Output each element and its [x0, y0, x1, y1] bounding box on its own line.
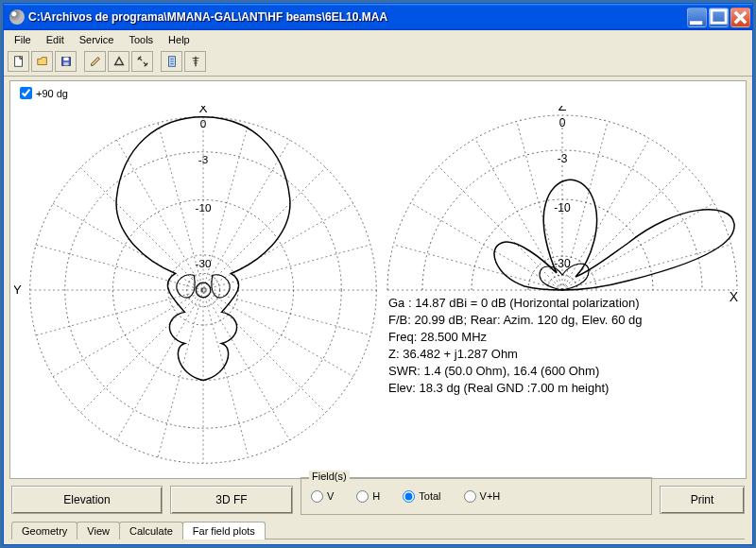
fieldset-legend: Field(s) [309, 471, 350, 482]
ring-label-3: -3 [198, 153, 208, 165]
fields-fieldset: Field(s) V H Total V+H [301, 477, 652, 515]
tab-geometry[interactable]: Geometry [11, 522, 77, 539]
svg-point-31 [196, 283, 211, 298]
tab-farfield[interactable]: Far field plots [182, 522, 266, 539]
svg-line-34 [562, 203, 713, 290]
document-icon[interactable] [161, 51, 182, 72]
ring-label-10: -10 [196, 201, 212, 214]
info-ga: Ga : 14.87 dBi = 0 dB (Horizontal polari… [388, 295, 643, 312]
new-file-icon[interactable] [8, 51, 29, 72]
info-block: Ga : 14.87 dBi = 0 dB (Horizontal polari… [388, 295, 643, 397]
menu-edit[interactable]: Edit [40, 32, 71, 47]
menu-service[interactable]: Service [73, 32, 121, 47]
axis-y-label: Y [14, 283, 22, 297]
menu-help[interactable]: Help [162, 32, 197, 47]
azimuth-plot: 0 -3 -10 -30 X Y [14, 106, 392, 474]
close-button[interactable] [730, 8, 750, 27]
rotate-90-label: +90 dg [36, 88, 68, 99]
tab-strip: Geometry View Calculate Far field plots [9, 522, 747, 539]
titlebar: C:\Archivos de programa\MMANA-GAL\ANT\HF… [4, 4, 752, 30]
svg-text:-10: -10 [554, 201, 571, 214]
antenna-icon[interactable] [184, 51, 206, 72]
toolbar [4, 49, 752, 77]
info-swr: SWR: 1.4 (50.0 Ohm), 16.4 (600 Ohm) [388, 363, 643, 380]
rotate-90-checkbox[interactable]: +90 dg [20, 87, 68, 99]
svg-text:0: 0 [559, 116, 566, 129]
open-file-icon[interactable] [31, 51, 53, 72]
tab-view[interactable]: View [77, 522, 120, 539]
content-area: +90 dg [4, 77, 752, 544]
rotate-90-input[interactable] [20, 87, 32, 99]
radio-v[interactable]: V [311, 490, 334, 503]
axis-x-label: X [198, 106, 207, 115]
radio-total[interactable]: Total [403, 490, 440, 503]
svg-rect-4 [63, 58, 68, 61]
tab-calculate[interactable]: Calculate [119, 522, 183, 539]
radio-h[interactable]: H [356, 490, 380, 503]
app-window: C:\Archivos de programa\MMANA-GAL\ANT\HF… [3, 3, 753, 545]
ring-label-30: -30 [196, 257, 212, 269]
svg-rect-0 [690, 21, 702, 25]
window-title: C:\Archivos de programa\MMANA-GAL\ANT\HF… [28, 10, 685, 24]
info-elev: Elev: 18.3 dg (Real GND :7.00 m height) [388, 380, 643, 397]
pencil-icon[interactable] [84, 51, 106, 72]
triangle-icon[interactable] [108, 51, 129, 72]
menu-file[interactable]: File [8, 32, 38, 47]
info-freq: Freq: 28.500 MHz [388, 329, 643, 346]
save-file-icon[interactable] [55, 51, 77, 72]
3dff-button[interactable]: 3D FF [170, 486, 293, 514]
svg-rect-5 [63, 62, 68, 66]
plot-frame: +90 dg [9, 80, 747, 479]
elevation-button[interactable]: Elevation [11, 486, 163, 514]
menubar: File Edit Service Tools Help [4, 30, 752, 49]
svg-rect-1 [712, 9, 726, 22]
svg-text:-3: -3 [558, 152, 568, 165]
svg-line-35 [562, 139, 649, 290]
info-z: Z: 36.482 + j1.287 Ohm [388, 346, 643, 363]
svg-text:Z: Z [558, 106, 567, 113]
info-fb: F/B: 20.99 dB; Rear: Azim. 120 dg, Elev.… [388, 312, 643, 329]
svg-line-37 [475, 139, 562, 290]
elevation-pattern [494, 180, 734, 290]
minimize-button[interactable] [687, 8, 707, 27]
app-icon [9, 9, 25, 25]
radio-vh[interactable]: V+H [464, 490, 501, 503]
menu-tools[interactable]: Tools [122, 32, 160, 47]
print-button[interactable]: Print [660, 486, 745, 514]
maximize-button[interactable] [709, 8, 729, 27]
bottom-bar: Elevation 3D FF Field(s) V H Total V+H P… [9, 479, 747, 521]
svg-text:X: X [730, 289, 739, 304]
tools-icon[interactable] [131, 51, 153, 72]
elevation-plot: 0 -3 -10 -30 Z X Ga : 14.87 dBi = 0 d [383, 106, 742, 474]
ring-label-0: 0 [200, 117, 207, 129]
